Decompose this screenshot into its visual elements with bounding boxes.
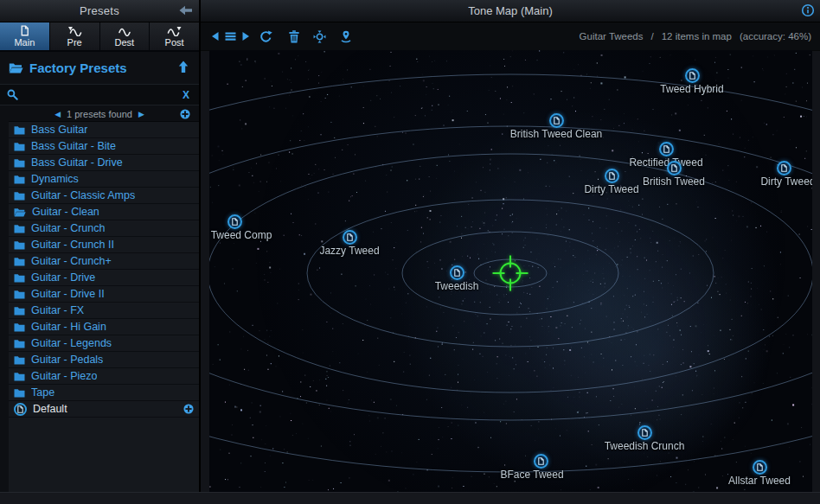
folder-row[interactable]: Guitar - Clean: [9, 204, 199, 220]
folder-icon: [14, 306, 25, 316]
folder-row[interactable]: Guitar - Classic Amps: [9, 188, 199, 204]
folder-row[interactable]: Guitar - Drive: [9, 270, 199, 286]
folder-row[interactable]: Bass Guitar - Drive: [9, 155, 199, 171]
folder-row[interactable]: Dynamics: [9, 171, 199, 188]
folder-row[interactable]: Bass Guitar: [9, 122, 199, 138]
default-preset-row[interactable]: Default: [9, 401, 199, 418]
add-icon[interactable]: [180, 109, 190, 119]
preset-marker-label: Dirty Tweed 6: [760, 175, 812, 188]
folder-row[interactable]: Bass Guitar - Bite: [9, 138, 199, 155]
folder-label: Bass Guitar - Drive: [31, 156, 123, 169]
folder-label: Tape: [31, 386, 54, 399]
tone-map-panel: Tone Map (Main): [201, 0, 820, 504]
refresh-icon[interactable]: [259, 29, 273, 44]
center-target-icon[interactable]: [312, 29, 327, 44]
folder-row[interactable]: Guitar - Drive II: [9, 286, 199, 303]
preset-marker-label: British Tweed: [643, 175, 705, 188]
folder-icon: [14, 372, 25, 381]
preset-tabs: Main Pre Dest Post: [0, 22, 199, 52]
found-count-label: 1 presets found: [67, 109, 132, 119]
folder-label: Guitar - Hi Gain: [31, 321, 106, 333]
folder-row[interactable]: Guitar - Pedals: [9, 352, 199, 368]
folder-label: Guitar - Drive II: [31, 288, 105, 300]
preset-marker-label: Tweedish Crunch: [605, 440, 685, 452]
tab-main[interactable]: Main: [0, 22, 50, 50]
map-name-label: Guitar Tweeds: [580, 31, 644, 41]
items-count-label: 12 items in map: [662, 31, 732, 41]
folder-icon: [14, 257, 25, 266]
preset-marker-label: BFace Tweed: [500, 469, 563, 481]
folder-row[interactable]: Tape: [9, 385, 199, 401]
next-result-icon[interactable]: ▶: [138, 111, 144, 118]
factory-presets-title: Factory Presets: [29, 61, 127, 75]
collapse-sidebar-arrow-icon[interactable]: [178, 5, 193, 16]
folder-label: Guitar - Pedals: [31, 354, 103, 366]
tone-map-title: Tone Map (Main): [468, 4, 553, 17]
preset-marker-icon: [549, 113, 564, 128]
folder-icon: [14, 339, 25, 348]
folder-label: Guitar - Piezo: [31, 370, 97, 382]
folder-label: Guitar - Classic Amps: [31, 189, 135, 201]
bottom-bar: [0, 492, 820, 504]
folder-label: Guitar - Legends: [31, 337, 112, 349]
default-preset-label: Default: [33, 403, 67, 415]
info-icon[interactable]: [801, 3, 815, 17]
map-pin-icon[interactable]: [338, 29, 354, 44]
preset-marker-icon: [659, 142, 674, 156]
search-bar: X: [0, 84, 199, 105]
map-status: Guitar Tweeds / 12 items in map (accurac…: [580, 31, 811, 41]
menu-icon[interactable]: [224, 30, 237, 42]
presets-sidebar: Presets Main Pre Des: [0, 0, 201, 504]
found-row: ◀ 1 presets found ▶: [0, 105, 199, 123]
preset-marker-label: Jazzy Tweed: [319, 245, 379, 257]
preset-marker-label: Tweedish: [435, 280, 479, 292]
tone-map-canvas[interactable]: Tweed Hybrid British Tweed Clean Rectifi…: [209, 50, 812, 493]
tab-post[interactable]: Post: [150, 22, 199, 50]
preset-marker-icon: [605, 169, 619, 183]
presets-title: Presets: [80, 4, 119, 17]
folder-icon: [14, 240, 25, 250]
folder-row[interactable]: Guitar - FX: [9, 303, 199, 319]
preset-marker-icon: [637, 425, 652, 440]
tab-dest[interactable]: Dest: [100, 22, 151, 50]
map-toolbar: Guitar Tweeds / 12 items in map (accurac…: [201, 22, 820, 51]
factory-presets-header[interactable]: Factory Presets: [0, 52, 199, 84]
search-input[interactable]: [23, 86, 180, 104]
preset-marker-icon: [685, 68, 700, 83]
folder-icon: [14, 207, 26, 217]
folder-icon: [14, 191, 25, 201]
prev-result-icon[interactable]: ◀: [54, 111, 61, 118]
clear-search-icon[interactable]: X: [180, 89, 192, 101]
folder-row[interactable]: Guitar - Hi Gain: [9, 319, 199, 335]
preset-marker-icon: [667, 161, 682, 175]
folder-row[interactable]: Guitar - Piezo: [9, 368, 199, 385]
app-window: Presets Main Pre Des: [0, 0, 820, 504]
wave-out-icon: [167, 26, 182, 36]
preset-marker-label: British Tweed Clean: [510, 128, 603, 140]
folder-open-icon: [9, 62, 23, 73]
nav-back-icon[interactable]: [209, 30, 221, 42]
folder-icon: [14, 355, 25, 365]
preset-marker-label: Allstar Tweed: [728, 475, 791, 487]
preset-marker-icon: [450, 265, 464, 280]
tab-pre[interactable]: Pre: [50, 22, 100, 50]
folder-label: Guitar - Clean: [32, 206, 99, 218]
accuracy-label: (accuracy: 46%): [740, 31, 811, 41]
tab-pre-label: Pre: [67, 37, 82, 48]
add-icon[interactable]: [183, 404, 194, 414]
folder-icon: [14, 142, 25, 151]
folder-row[interactable]: Guitar - Legends: [9, 335, 199, 352]
tab-dest-label: Dest: [115, 37, 135, 48]
presets-header: Presets: [0, 0, 199, 22]
wave-in-icon: [67, 26, 82, 36]
preset-folder-list: Bass Guitar Bass Guitar - Bite Bas: [9, 121, 199, 493]
nav-forward-icon[interactable]: [240, 30, 252, 42]
folder-row[interactable]: Guitar - Crunch+: [9, 253, 199, 270]
tab-main-label: Main: [14, 37, 35, 48]
folder-row[interactable]: Guitar - Crunch II: [9, 237, 199, 253]
collapse-up-arrow-icon[interactable]: [178, 61, 189, 73]
preset-marker-icon: [343, 230, 357, 245]
trash-icon[interactable]: [287, 29, 301, 44]
folder-row[interactable]: Guitar - Crunch: [9, 220, 199, 237]
preset-marker-label: Tweed Hybrid: [660, 83, 723, 95]
